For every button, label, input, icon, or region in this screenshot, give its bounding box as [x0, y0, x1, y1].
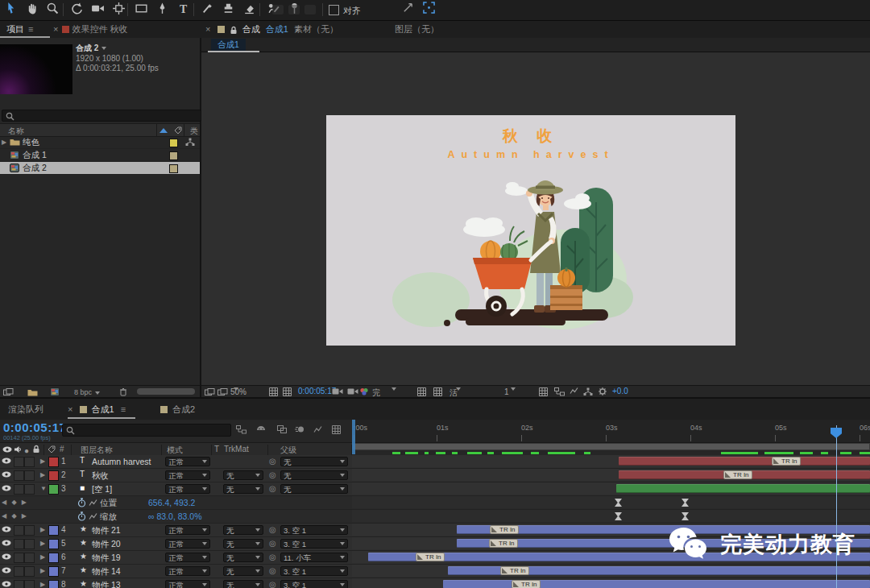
solo-column-icon[interactable]: ● [24, 446, 29, 455]
eye-icon[interactable] [2, 485, 11, 491]
label-color[interactable] [48, 566, 59, 577]
trkmat-dropdown[interactable]: 无 [223, 539, 263, 549]
layer-track[interactable]: TR In [352, 578, 870, 588]
pickwhip-icon[interactable]: ◎ [269, 457, 276, 466]
region-of-interest-icon[interactable] [417, 387, 426, 396]
property-value[interactable]: ∞83.0, 83.0% [148, 511, 202, 521]
panel-menu-icon[interactable]: ≡ [28, 24, 33, 34]
layer-track[interactable]: TR In [352, 469, 870, 481]
property-value[interactable]: ∞656.4, 493.2 [148, 498, 195, 507]
layer-name[interactable]: 物件 19 [92, 553, 121, 564]
mini-flowchart-icon[interactable] [236, 425, 246, 434]
pickwhip-icon[interactable]: ◎ [269, 580, 276, 588]
table-row[interactable]: ▶ 2 T 秋收 正常 无 ◎ 无 TR In [0, 469, 870, 482]
table-row[interactable]: ▼ 3 ■ [空 1] 正常 无 ◎ 无 TR In [0, 482, 870, 496]
pickwhip-icon[interactable]: ◎ [269, 525, 276, 534]
stopwatch-icon[interactable] [77, 498, 86, 507]
label-color-badge[interactable] [169, 139, 178, 147]
layer-duration-bar[interactable] [619, 457, 870, 466]
tag-column-icon[interactable] [174, 126, 182, 135]
rotation-tool-icon[interactable] [68, 2, 85, 18]
grid-guides-icon[interactable] [269, 387, 278, 396]
camera-tool-icon[interactable] [89, 2, 106, 18]
project-column-header[interactable]: 名称 类 [0, 123, 200, 137]
keyframe-icon[interactable] [682, 512, 689, 520]
pickwhip-icon[interactable]: ◎ [269, 470, 276, 479]
audio-toggle[interactable] [14, 566, 24, 577]
tab-comp1[interactable]: × 合成1 ≡ [68, 404, 126, 416]
label-color[interactable] [48, 484, 59, 495]
lock-column-icon[interactable] [32, 445, 40, 453]
layer-name[interactable]: 物件 21 [92, 525, 121, 536]
link-icon[interactable]: ∞ [148, 511, 155, 521]
new-composition-icon[interactable] [50, 387, 60, 396]
solo-toggle[interactable] [24, 457, 35, 467]
interpret-footage-icon[interactable] [3, 388, 14, 396]
hand-tool-icon[interactable] [23, 2, 40, 18]
list-item[interactable]: ▶ 合成 2 [0, 162, 200, 175]
property-name[interactable]: 缩放 [100, 511, 117, 523]
mode-dropdown[interactable]: 正常 [165, 470, 210, 480]
project-search-input[interactable] [2, 110, 201, 122]
trkmat-dropdown[interactable]: 无 [223, 566, 263, 576]
time-ruler[interactable]: :00s 01s 02s 03s 04s 05s 06s [352, 420, 870, 443]
eye-icon[interactable] [2, 458, 11, 464]
mode-dropdown[interactable]: 正常 [165, 484, 210, 494]
audio-toggle[interactable] [14, 539, 24, 549]
parent-dropdown[interactable]: 3. 空 1 [280, 580, 348, 588]
tr-in-marker[interactable]: TR In [490, 525, 519, 534]
selection-tool-icon[interactable] [2, 2, 19, 18]
solo-toggle[interactable] [24, 525, 35, 536]
mask-visibility-icon[interactable] [283, 387, 292, 396]
timeline-button-icon[interactable] [570, 387, 578, 395]
work-area-start-handle[interactable] [352, 420, 355, 454]
layer-name[interactable]: [空 1] [92, 484, 112, 495]
pen-tool-icon[interactable] [153, 2, 171, 18]
trash-icon[interactable] [119, 387, 127, 396]
frame-blending-icon[interactable] [277, 425, 287, 433]
close-icon[interactable]: × [68, 404, 72, 414]
brush-tool-icon[interactable] [198, 2, 216, 18]
tr-in-marker[interactable]: TR In [723, 470, 752, 479]
tab-comp2[interactable]: 合成2 [158, 404, 195, 416]
keyframe-icon[interactable] [682, 499, 689, 507]
trkmat-dropdown[interactable]: 无 [223, 525, 263, 535]
close-icon[interactable]: × [205, 24, 210, 34]
parent-dropdown[interactable]: 无 [280, 484, 348, 494]
property-track[interactable] [352, 496, 870, 508]
parent-dropdown[interactable]: 3. 空 1 [280, 566, 348, 576]
graph-include-icon[interactable] [89, 512, 97, 520]
keyframe-navigator[interactable]: ◀ ◆ ▶ [2, 512, 28, 520]
tab-composition-panel[interactable]: × 合成 合成1 ≡ [205, 23, 300, 35]
layer-name[interactable]: 物件 20 [92, 539, 121, 550]
audio-toggle[interactable] [14, 484, 24, 495]
trkmat-dropdown[interactable]: 无 [223, 470, 263, 480]
pickwhip-icon[interactable]: ◎ [269, 566, 276, 575]
property-row[interactable]: ◀ ◆ ▶ 缩放 ∞83.0, 83.0% [0, 510, 870, 524]
exposure-gear-icon[interactable] [598, 387, 607, 396]
keyframe-icon[interactable] [615, 499, 622, 507]
tab-layer[interactable]: 图层（无） [395, 23, 439, 35]
trkmat-dropdown[interactable]: 无 [223, 553, 263, 562]
audio-toggle[interactable] [14, 525, 24, 536]
composition-canvas[interactable]: 秋 收 Autumn harvest [326, 115, 735, 346]
eye-icon[interactable] [2, 526, 11, 532]
layer-name[interactable]: 秋收 [92, 470, 109, 482]
eye-icon[interactable] [2, 581, 11, 587]
graph-editor-icon[interactable] [313, 425, 322, 433]
rectangle-tool-icon[interactable] [132, 2, 150, 18]
expand-arrow-icon[interactable]: ▶ [40, 567, 45, 574]
mode-dropdown[interactable]: 正常 [165, 525, 210, 535]
tab-render-queue[interactable]: 渲染队列 [8, 404, 44, 416]
tab-footage[interactable]: 素材（无） [294, 23, 338, 35]
expand-arrow-icon[interactable]: ▼ [40, 485, 47, 492]
label-color[interactable] [48, 539, 59, 549]
eye-icon[interactable] [2, 567, 11, 574]
audio-toggle[interactable] [14, 470, 24, 481]
solo-toggle[interactable] [24, 484, 35, 495]
table-row[interactable]: ▶ 7 ★ 物件 14 正常 无 ◎ 3. 空 1 TR In [0, 565, 870, 578]
channel-icon[interactable] [359, 387, 369, 396]
mode-dropdown[interactable]: 正常 [165, 580, 210, 588]
parent-dropdown[interactable]: 11. 小车 [280, 553, 348, 562]
label-color-badge[interactable] [169, 151, 178, 160]
